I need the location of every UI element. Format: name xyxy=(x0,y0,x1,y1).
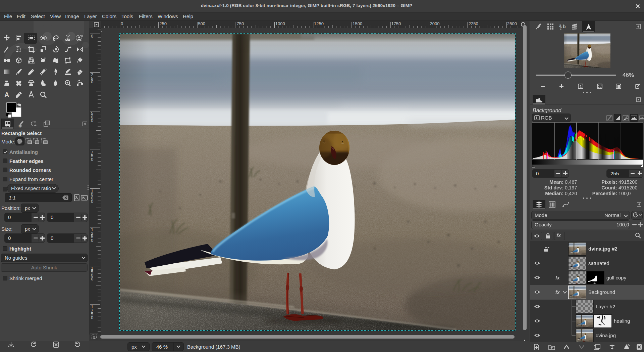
svg-text:1500: 1500 xyxy=(91,266,93,281)
svg-text:500: 500 xyxy=(91,111,93,123)
svg-text:0: 0 xyxy=(121,21,123,26)
svg-text:750: 750 xyxy=(91,150,93,162)
svg-text:1250: 1250 xyxy=(314,21,324,26)
svg-text:250: 250 xyxy=(159,21,167,26)
svg-text:1750: 1750 xyxy=(391,21,401,26)
svg-text:2000: 2000 xyxy=(430,21,440,26)
svg-text:1500: 1500 xyxy=(353,21,362,26)
svg-text:2250: 2250 xyxy=(469,21,478,26)
svg-text:i: i xyxy=(19,125,20,128)
svg-text:A: A xyxy=(4,91,9,98)
svg-text:2500: 2500 xyxy=(507,21,517,26)
svg-text:1250: 1250 xyxy=(91,227,93,243)
svg-text:0: 0 xyxy=(91,34,93,39)
svg-text:c: c xyxy=(560,26,562,30)
svg-text:b: b xyxy=(563,24,566,29)
svg-text:1000: 1000 xyxy=(91,188,93,204)
svg-text:1000: 1000 xyxy=(275,21,285,26)
svg-text:250: 250 xyxy=(91,72,93,84)
svg-text:500: 500 xyxy=(198,21,205,26)
svg-text:1: 1 xyxy=(580,84,582,89)
svg-text:I: I xyxy=(536,116,537,120)
svg-text:1750: 1750 xyxy=(91,304,93,320)
svg-text:750: 750 xyxy=(237,21,244,26)
